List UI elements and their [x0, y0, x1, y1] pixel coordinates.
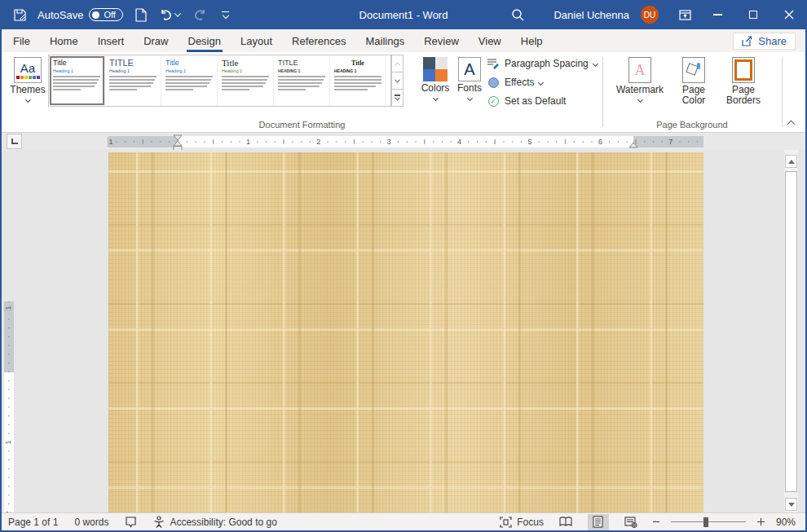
zoom-out-button[interactable] — [653, 521, 659, 522]
page-borders-button[interactable]: Page Borders — [718, 54, 769, 106]
web-layout-button[interactable] — [620, 514, 642, 530]
page-borders-label: Page Borders — [718, 85, 769, 106]
style-thumbnail-5[interactable]: TITLEHEADING 1 — [274, 55, 330, 106]
style-thumbnail-2[interactable]: TITLEHeading 1 — [105, 55, 161, 106]
tab-file[interactable]: File — [3, 29, 40, 52]
tab-references[interactable]: References — [282, 29, 355, 52]
tab-selector-button[interactable] — [7, 134, 22, 149]
ruler-number: 6 — [597, 137, 604, 147]
ribbon: Aa Themes TitleHeading 1TITLEHeading 1Ti… — [2, 52, 805, 133]
minimize-button[interactable] — [699, 0, 735, 29]
group-document-formatting: Aa Themes TitleHeading 1TITLEHeading 1Ti… — [2, 52, 602, 132]
toggle-dot-icon — [92, 11, 99, 19]
page-color-button[interactable]: Page Color — [672, 54, 715, 106]
read-mode-button[interactable] — [555, 514, 576, 530]
focus-icon — [500, 517, 512, 528]
tab-help[interactable]: Help — [511, 29, 553, 52]
page-indicator[interactable]: Page 1 of 1 — [8, 517, 58, 528]
style-thumbnail-3[interactable]: TitleHeading 1 — [161, 55, 218, 106]
word-count[interactable]: 0 words — [74, 517, 108, 528]
customize-quick-access-icon[interactable] — [218, 6, 234, 24]
autosave-pill[interactable]: Off — [89, 8, 122, 21]
tab-insert[interactable]: Insert — [88, 29, 134, 52]
undo-dropdown-icon[interactable] — [174, 10, 181, 16]
user-name[interactable]: Daniel Uchenna — [553, 9, 629, 21]
set-as-default-label: Set as Default — [505, 95, 566, 107]
themes-button[interactable]: Aa Themes — [10, 54, 46, 102]
ruler-vertical[interactable]: 11234 — [4, 301, 14, 532]
tab-mailings[interactable]: Mailings — [356, 29, 415, 52]
colors-dropdown-icon — [432, 95, 438, 101]
gallery-scroll-down-button[interactable] — [391, 73, 404, 90]
print-layout-button[interactable] — [588, 514, 609, 530]
undo-button[interactable] — [159, 6, 182, 24]
status-bar: Page 1 of 1 0 words Accessibility: Good … — [2, 512, 805, 530]
proofing-icon[interactable] — [125, 516, 137, 528]
scroll-up-button[interactable] — [785, 155, 797, 168]
close-button[interactable] — [771, 0, 807, 29]
group-label-document-formatting: Document Formatting — [2, 120, 602, 130]
effects-button[interactable]: Effects — [487, 76, 598, 89]
tab-layout[interactable]: Layout — [231, 29, 282, 52]
style-thumbnail-6[interactable]: TitleHEADING 1 — [330, 55, 386, 106]
theme-color-dots — [16, 76, 40, 79]
save-icon[interactable] — [11, 6, 28, 24]
ruler-number: 1 — [107, 137, 114, 147]
colors-button[interactable]: Colors — [414, 54, 456, 100]
accessibility-status[interactable]: Accessibility: Good to go — [153, 516, 276, 528]
ruler-number: 3 — [386, 137, 393, 147]
style-thumbnail-1[interactable]: TitleHeading 1 — [49, 55, 105, 106]
focus-label: Focus — [517, 517, 544, 528]
ruler-number: 5 — [526, 137, 533, 147]
accessibility-label: Accessibility: Good to go — [170, 517, 276, 528]
effects-label: Effects — [505, 77, 534, 88]
zoom-in-button[interactable] — [757, 518, 765, 525]
maximize-button[interactable] — [735, 0, 771, 29]
watermark-label: Watermark — [616, 85, 664, 95]
tab-view[interactable]: View — [469, 29, 511, 52]
gallery-more-button[interactable] — [391, 90, 404, 107]
autosave-toggle[interactable]: AutoSave Off — [37, 8, 123, 21]
style-gallery: TitleHeading 1TITLEHeading 1TitleHeading… — [48, 55, 391, 107]
style-gallery-scroll — [391, 55, 404, 107]
themes-icon: Aa — [14, 57, 42, 83]
document-page[interactable] — [108, 152, 703, 512]
scrollbar-thumb[interactable] — [785, 171, 797, 492]
zoom-slider-handle[interactable] — [703, 517, 708, 527]
set-as-default-button[interactable]: ✓ Set as Default — [487, 95, 598, 108]
redo-button-disabled — [192, 6, 208, 24]
avatar[interactable]: DU — [641, 6, 659, 24]
search-icon[interactable] — [509, 6, 526, 24]
collapse-ribbon-icon[interactable] — [787, 121, 796, 129]
autosave-state: Off — [104, 10, 115, 20]
ruler-number: 1 — [4, 440, 12, 446]
gallery-scroll-up-button[interactable] — [391, 55, 404, 73]
fonts-label: Fonts — [457, 83, 482, 94]
style-thumbnail-4[interactable]: TitleHeading 1 — [218, 55, 274, 106]
group-separator — [782, 57, 783, 127]
right-indent-marker[interactable] — [628, 141, 638, 148]
tab-home[interactable]: Home — [40, 29, 88, 52]
scroll-down-button[interactable] — [785, 498, 797, 511]
watermark-button[interactable]: A Watermark — [612, 54, 668, 102]
zoom-slider[interactable] — [671, 517, 746, 527]
zoom-level[interactable]: 90% — [776, 517, 796, 528]
ruler-horizontal[interactable]: 11234567 — [108, 136, 703, 147]
new-document-icon[interactable] — [133, 6, 149, 24]
fonts-button[interactable]: A Fonts — [452, 54, 487, 100]
colors-label: Colors — [421, 83, 450, 94]
tab-draw[interactable]: Draw — [134, 29, 178, 52]
paragraph-spacing-button[interactable]: Paragraph Spacing — [487, 57, 598, 70]
share-icon — [742, 36, 753, 46]
tab-design[interactable]: Design — [179, 29, 231, 52]
share-label: Share — [758, 35, 787, 47]
paragraph-spacing-label: Paragraph Spacing — [505, 58, 589, 69]
watermark-dropdown-icon — [637, 97, 642, 103]
document-canvas: 11234 — [2, 150, 805, 512]
focus-button[interactable]: Focus — [500, 517, 544, 528]
tab-review[interactable]: Review — [414, 29, 469, 52]
share-button[interactable]: Share — [733, 33, 796, 50]
watermark-icon: A — [628, 57, 651, 83]
vertical-scrollbar[interactable] — [784, 150, 798, 512]
ribbon-display-options-icon[interactable] — [670, 0, 699, 29]
